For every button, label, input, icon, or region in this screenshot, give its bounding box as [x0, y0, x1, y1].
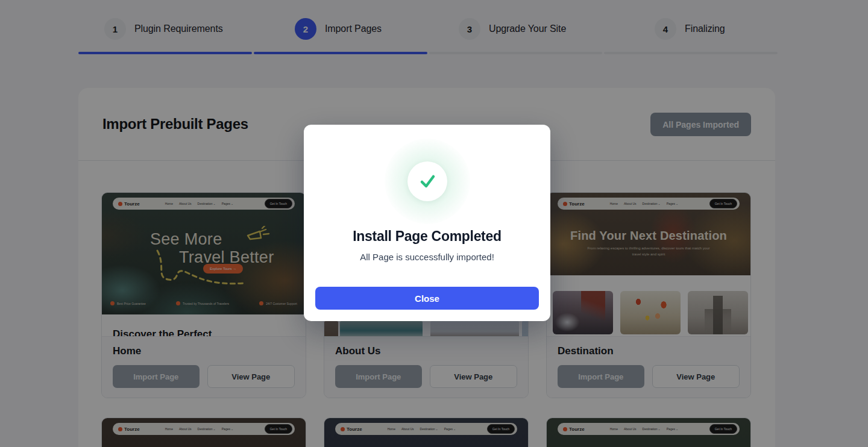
check-icon	[415, 169, 439, 193]
install-complete-modal: Install Page Completed All Page is succe…	[304, 125, 550, 321]
success-glow	[385, 139, 470, 224]
modal-message: All Page is successfully imported!	[304, 252, 550, 262]
modal-title: Install Page Completed	[304, 228, 550, 245]
success-check-circle	[407, 161, 447, 201]
close-button[interactable]: Close	[315, 287, 539, 310]
